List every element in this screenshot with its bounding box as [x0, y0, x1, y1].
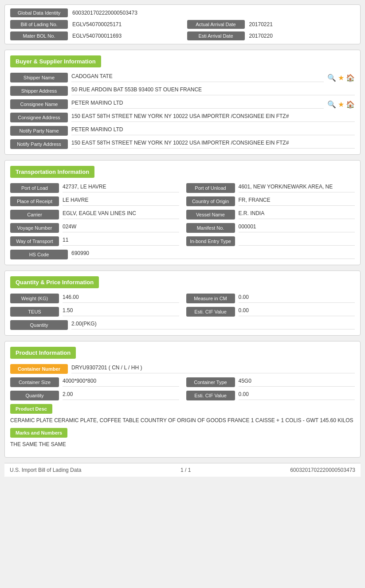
footer-left: U.S. Import Bill of Lading Data [10, 467, 81, 473]
vessel-name-value: E.R. INDIA [239, 210, 355, 219]
voyage-manifest-row: Voyage Number 024W Manifest No. 000001 [10, 223, 355, 233]
container-size-label: Container Size [10, 377, 59, 387]
product-esti-cif-field: Esti. CIF Value 0.00 [186, 391, 355, 400]
marks-label: Marks and Numbers [10, 428, 67, 438]
bol-row: Bill of Lading No. EGLV540700025171 Actu… [10, 20, 355, 29]
weight-label: Weight (KG) [10, 294, 59, 303]
notify-party-address-value: 150 EAST 58TH STREET NEW YORK NY 10022 U… [71, 140, 355, 149]
esti-arrival-label: Esti Arrival Date [187, 31, 245, 40]
shipper-address-label: Shipper Address [10, 86, 68, 96]
place-of-receipt-label: Place of Receipt [10, 196, 59, 206]
marks-text: THE SAME THE SAME [10, 440, 355, 448]
consignee-search-icon[interactable]: 🔍 [327, 100, 336, 109]
way-of-transport-label: Way of Transport [10, 236, 59, 246]
in-bond-entry-label: In-bond Entry Type [186, 236, 235, 246]
measure-value: 0.00 [239, 294, 355, 303]
voyage-number-label: Voyage Number [10, 223, 59, 233]
shipper-star-icon[interactable]: ★ [338, 74, 344, 82]
receipt-origin-row: Place of Receipt LE HAVRE Country of Ori… [10, 196, 355, 206]
product-quantity-field: Quantity 2.00 [10, 391, 179, 400]
country-of-origin-field: Country of Origin FR, FRANCE [186, 196, 355, 206]
container-type-value: 45G0 [239, 378, 355, 387]
transportation-section: Transportation Information Port of Load … [4, 160, 361, 265]
manifest-no-value: 000001 [239, 223, 355, 232]
place-of-receipt-value: LE HAVRE [63, 197, 179, 206]
container-size-value: 4000*900*800 [63, 378, 179, 387]
shipper-icons: 🔍 ★ 🏠 [327, 74, 355, 82]
product-esti-cif-label: Esti. CIF Value [186, 391, 235, 400]
product-quantity-label: Quantity [10, 391, 59, 400]
mater-bol-item: Mater BOL No. EGLV540700011693 [10, 31, 178, 40]
container-size-type-row: Container Size 4000*900*800 Container Ty… [10, 377, 355, 387]
actual-arrival-item: Actual Arrival Date 20170221 [187, 20, 355, 29]
carrier-vessel-row: Carrier EGLV, EAGLE VAN LINES INC Vessel… [10, 210, 355, 220]
consignee-address-value: 150 EAST 58TH STREET NEW YORK NY 10022 U… [71, 113, 355, 122]
product-desc-block: Product Desc CERAMIC PLATE CERAMIC PLATE… [10, 404, 355, 448]
top-identity-section: Global Data Identity 6003201702220000503… [4, 4, 361, 44]
hs-code-label: HS Code [10, 250, 68, 259]
page-wrapper: Global Data Identity 6003201702220000503… [0, 0, 365, 481]
shipper-name-label: Shipper Name [10, 73, 68, 82]
shipper-search-icon[interactable]: 🔍 [327, 74, 336, 82]
actual-arrival-label: Actual Arrival Date [187, 20, 245, 29]
manifest-no-field: Manifest No. 000001 [186, 223, 355, 233]
voyage-number-value: 024W [63, 223, 179, 232]
esti-cif-field: Esti. CIF Value 0.00 [186, 307, 355, 317]
product-desc-text: CERAMIC PLATE CERAMIC PLATE, COFFEE TABL… [10, 416, 355, 424]
container-number-label: Container Number [10, 364, 68, 374]
way-of-transport-value: 11 [63, 237, 179, 246]
footer-right: 6003201702220000503473 [290, 467, 355, 473]
quantity-label: Quantity [10, 320, 68, 330]
actual-arrival-value: 20170221 [249, 21, 273, 27]
bol-label: Bill of Lading No. [10, 20, 68, 29]
weight-measure-row: Weight (KG) 146.00 Measure in CM 0.00 [10, 294, 355, 303]
voyage-number-field: Voyage Number 024W [10, 223, 179, 233]
bol-value: EGLV540700025171 [72, 21, 122, 27]
global-data-label: Global Data Identity [10, 8, 68, 17]
carrier-value: EGLV, EAGLE VAN LINES INC [63, 210, 179, 219]
teus-field: TEUS 1.50 [10, 307, 179, 317]
quantity-value: 2.00(PKG) [71, 321, 355, 329]
measure-field: Measure in CM 0.00 [186, 294, 355, 303]
in-bond-entry-field: In-bond Entry Type [186, 236, 355, 246]
buyer-supplier-header: Buyer & Supplier Information [10, 55, 101, 67]
consignee-address-label: Consignee Address [10, 113, 68, 122]
notify-party-name-label: Notify Party Name [10, 126, 68, 136]
quantity-row: Quantity 2.00(PKG) [10, 320, 355, 330]
country-of-origin-value: FR, FRANCE [239, 197, 355, 206]
consignee-icons: 🔍 ★ 🏠 [327, 100, 355, 109]
consignee-name-label: Consignee Name [10, 99, 68, 109]
country-of-origin-label: Country of Origin [186, 196, 235, 206]
teus-value: 1.50 [63, 307, 179, 316]
measure-label: Measure in CM [186, 294, 235, 303]
consignee-home-icon[interactable]: 🏠 [346, 100, 355, 109]
teus-cif-row: TEUS 1.50 Esti. CIF Value 0.00 [10, 307, 355, 317]
notify-party-address-row: Notify Party Address 150 EAST 58TH STREE… [10, 139, 355, 149]
port-of-load-field: Port of Load 42737, LE HAVRE [10, 183, 179, 193]
global-data-value: 6003201702220000503473 [72, 10, 137, 16]
product-quantity-value: 2.00 [63, 391, 179, 400]
transportation-header: Transportation Information [10, 166, 94, 178]
manifest-no-label: Manifest No. [186, 223, 235, 233]
esti-cif-value: 0.00 [239, 307, 355, 316]
notify-party-address-label: Notify Party Address [10, 139, 68, 149]
footer-center: 1 / 1 [181, 467, 191, 473]
notify-party-name-row: Notify Party Name PETER MARINO LTD [10, 126, 355, 136]
transport-bond-row: Way of Transport 11 In-bond Entry Type [10, 236, 355, 246]
shipper-address-row: Shipper Address 50 RUE ARDOIN BAT 553B 9… [10, 86, 355, 96]
product-section: Product Information Container Number DRY… [4, 341, 361, 458]
product-desc-label: Product Desc [10, 404, 52, 414]
container-number-value: DRYU9307201 ( CN / L / HH ) [71, 365, 355, 373]
port-of-load-value: 42737, LE HAVRE [63, 184, 179, 192]
product-header: Product Information [10, 347, 76, 359]
global-data-row: Global Data Identity 6003201702220000503… [10, 8, 355, 17]
esti-arrival-item: Esti Arrival Date 20170220 [187, 31, 355, 40]
port-of-load-label: Port of Load [10, 183, 59, 193]
consignee-star-icon[interactable]: ★ [338, 100, 344, 109]
container-size-field: Container Size 4000*900*800 [10, 377, 179, 387]
mater-bol-label: Mater BOL No. [10, 31, 68, 40]
container-number-row: Container Number DRYU9307201 ( CN / L / … [10, 364, 355, 374]
shipper-home-icon[interactable]: 🏠 [346, 74, 355, 82]
esti-arrival-value: 20170220 [249, 33, 273, 39]
mater-bol-value: EGLV540700011693 [72, 33, 122, 39]
